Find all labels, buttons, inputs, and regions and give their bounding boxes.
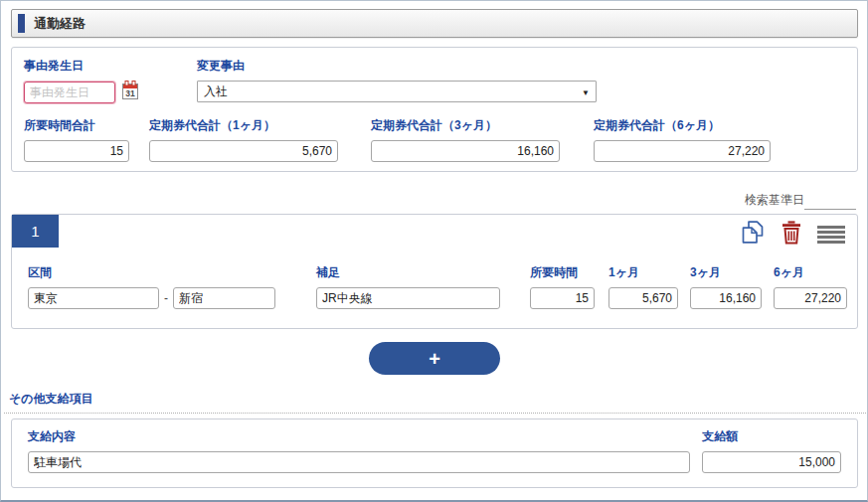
- route-3m-label: 3ヶ月: [690, 264, 762, 281]
- section-label: 区間: [28, 264, 276, 281]
- route-3m-input[interactable]: [690, 287, 762, 309]
- section-to-input[interactable]: [173, 287, 275, 309]
- drag-handle-icon[interactable]: [817, 224, 845, 244]
- change-reason-selected-value: 入社: [204, 84, 228, 100]
- pass-total-1m-input[interactable]: [149, 140, 338, 162]
- allowance-content-label: 支給内容: [28, 428, 690, 445]
- route-time-label: 所要時間: [530, 264, 595, 281]
- other-allowance-panel: 支給内容 支給額: [11, 418, 858, 488]
- route-6m-label: 6ヶ月: [774, 264, 847, 281]
- search-base-date-label: 検索基準日: [745, 192, 804, 210]
- route-index-badge: 1: [12, 215, 59, 248]
- route-1m-input[interactable]: [608, 287, 678, 309]
- change-reason-select[interactable]: 入社 ▼: [197, 81, 597, 102]
- pass-total-3m-input[interactable]: [371, 140, 560, 162]
- other-allowance-section-title: その他支給項目: [4, 389, 866, 414]
- chevron-down-icon: ▼: [582, 88, 590, 97]
- delete-icon[interactable]: [781, 220, 802, 248]
- commute-route-page: 通勤経路 事由発生日 31: [0, 0, 868, 502]
- pass-total-1m-label: 定期券代合計（1ヶ月）: [149, 117, 338, 134]
- page-title: 通勤経路: [34, 15, 86, 33]
- route-1m-label: 1ヶ月: [608, 264, 678, 281]
- svg-text:31: 31: [125, 88, 135, 98]
- header-accent-bar: [18, 14, 25, 33]
- summary-panel: 事由発生日 31 変更事由: [11, 47, 858, 172]
- allowance-amount-input[interactable]: [702, 451, 841, 473]
- copy-icon[interactable]: [740, 220, 766, 248]
- search-base-date: 検索基準日: [745, 192, 856, 210]
- note-input[interactable]: [316, 287, 500, 309]
- pass-total-6m-label: 定期券代合計（6ヶ月）: [594, 117, 771, 134]
- calendar-icon[interactable]: 31: [121, 81, 139, 103]
- allowance-content-input[interactable]: [28, 451, 690, 473]
- route-row: 1: [11, 214, 858, 329]
- change-reason-label: 変更事由: [197, 58, 597, 75]
- add-route-button[interactable]: +: [369, 342, 500, 375]
- route-6m-input[interactable]: [774, 287, 847, 309]
- time-total-label: 所要時間合計: [24, 117, 129, 134]
- time-total-input[interactable]: [24, 140, 129, 162]
- note-label: 補足: [316, 264, 500, 281]
- reason-date-input[interactable]: [24, 82, 115, 103]
- route-time-input[interactable]: [530, 287, 595, 309]
- reason-date-label: 事由発生日: [24, 58, 139, 75]
- search-base-date-field[interactable]: [804, 196, 856, 210]
- allowance-amount-label: 支給額: [702, 428, 841, 445]
- section-separator: -: [164, 291, 168, 305]
- pass-total-6m-input[interactable]: [594, 140, 771, 162]
- section-header: 通勤経路: [11, 9, 858, 38]
- pass-total-3m-label: 定期券代合計（3ヶ月）: [371, 117, 560, 134]
- section-from-input[interactable]: [28, 287, 159, 309]
